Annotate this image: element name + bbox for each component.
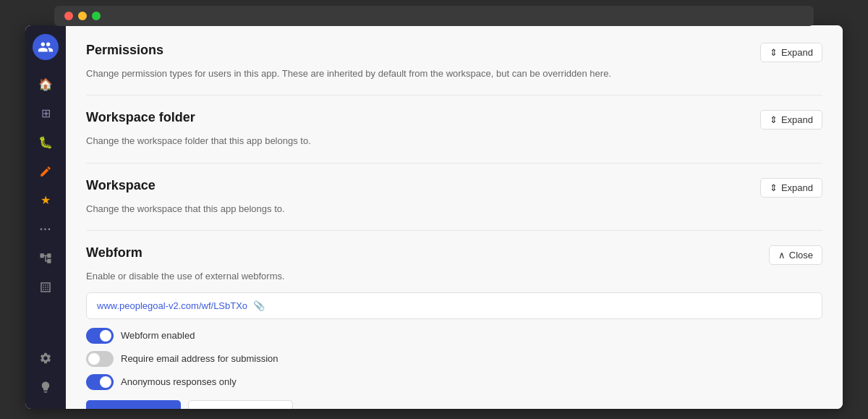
workspace-expand-button[interactable]: ⇕ Expand — [760, 178, 822, 198]
workspace-folder-section: Workspace folder ⇕ Expand Change the wor… — [86, 110, 822, 164]
sidebar-item-table[interactable] — [33, 274, 59, 300]
permissions-description: Change permission types for users in thi… — [86, 67, 822, 81]
webform-close-label: Close — [789, 250, 813, 261]
save-changes-button[interactable]: ✓ Save changes — [86, 400, 181, 409]
workspace-folder-expand-button[interactable]: ⇕ Expand — [760, 110, 822, 130]
permissions-section: Permissions ⇕ Expand Change permission t… — [86, 43, 822, 96]
sidebar-item-bug[interactable]: 🐛 — [33, 130, 59, 156]
workspace-expand-label: Expand — [781, 182, 813, 193]
webform-close-button[interactable]: ∧ Close — [769, 245, 822, 265]
main-content: Permissions ⇕ Expand Change permission t… — [66, 25, 843, 409]
require-email-label: Require email address for submission — [121, 353, 278, 364]
toggle-knob — [100, 330, 111, 342]
app-window: 🏠 ⊞ 🐛 ★ ··· Permissions ⇕ E — [25, 25, 843, 409]
close-dot[interactable] — [64, 12, 73, 20]
sidebar-item-more[interactable]: ··· — [33, 216, 59, 242]
anonymous-responses-toggle[interactable] — [86, 374, 114, 390]
action-buttons: ✓ Save changes ✕ Cancel changes — [86, 400, 822, 409]
workspace-folder-title: Workspace folder — [86, 110, 195, 125]
sidebar-item-home[interactable]: 🏠 — [33, 72, 59, 98]
sidebar-item-grid[interactable]: ⊞ — [33, 101, 59, 127]
webform-header: Webform ∧ Close — [86, 245, 822, 265]
sidebar-item-edit[interactable] — [33, 158, 59, 185]
anonymous-responses-row: Anonymous responses only — [86, 374, 822, 390]
expand-arrows-icon2: ⇕ — [770, 114, 778, 125]
sidebar-item-hierarchy[interactable] — [33, 245, 59, 271]
checkmark-icon: ✓ — [98, 407, 106, 409]
cancel-changes-label: Cancel changes — [213, 407, 280, 409]
sidebar: 🏠 ⊞ 🐛 ★ ··· — [25, 25, 66, 409]
expand-arrows-icon3: ⇕ — [770, 182, 778, 193]
webform-description: Enable or disable the use of external we… — [86, 269, 822, 284]
anonymous-responses-label: Anonymous responses only — [121, 376, 237, 387]
require-email-row: Require email address for submission — [86, 351, 822, 367]
workspace-header: Workspace ⇕ Expand — [86, 178, 822, 198]
chevron-up-icon: ∧ — [778, 250, 786, 261]
permissions-title: Permissions — [86, 43, 163, 58]
minimize-dot[interactable] — [78, 12, 87, 20]
webform-url-box: www.peoplegoal-v2.com/wf/LSbTXo 📎 — [86, 292, 822, 319]
workspace-title: Workspace — [86, 178, 156, 193]
cancel-changes-button[interactable]: ✕ Cancel changes — [188, 400, 292, 409]
x-icon: ✕ — [200, 407, 208, 409]
sidebar-item-lightbulb[interactable] — [33, 374, 59, 400]
workspace-section: Workspace ⇕ Expand Change the workspace … — [86, 178, 822, 232]
toggle-knob2 — [88, 353, 100, 365]
webform-url-link[interactable]: www.peoplegoal-v2.com/wf/LSbTXo — [97, 300, 247, 311]
permissions-expand-label: Expand — [781, 47, 813, 58]
webform-section: Webform ∧ Close Enable or disable the us… — [86, 245, 822, 409]
webform-enabled-row: Webform enabled — [86, 328, 822, 344]
sidebar-item-star[interactable]: ★ — [33, 187, 59, 213]
window-top-bar — [54, 6, 814, 26]
webform-enabled-toggle[interactable] — [86, 328, 114, 344]
webform-title: Webform — [86, 245, 142, 261]
webform-enabled-label: Webform enabled — [121, 330, 195, 341]
avatar[interactable] — [33, 34, 59, 60]
workspace-folder-expand-label: Expand — [781, 114, 813, 125]
require-email-toggle[interactable] — [86, 351, 114, 367]
workspace-folder-description: Change the workspace folder that this ap… — [86, 134, 822, 148]
workspace-folder-header: Workspace folder ⇕ Expand — [86, 110, 822, 130]
paperclip-icon: 📎 — [253, 300, 265, 311]
sidebar-item-settings[interactable] — [33, 345, 59, 371]
permissions-expand-button[interactable]: ⇕ Expand — [760, 43, 822, 62]
workspace-description: Change the workspace that this app belon… — [86, 202, 822, 216]
maximize-dot[interactable] — [92, 12, 101, 20]
toggle-knob3 — [100, 376, 111, 388]
expand-arrows-icon: ⇕ — [770, 47, 778, 58]
permissions-header: Permissions ⇕ Expand — [86, 43, 822, 62]
save-changes-label: Save changes — [110, 407, 169, 409]
